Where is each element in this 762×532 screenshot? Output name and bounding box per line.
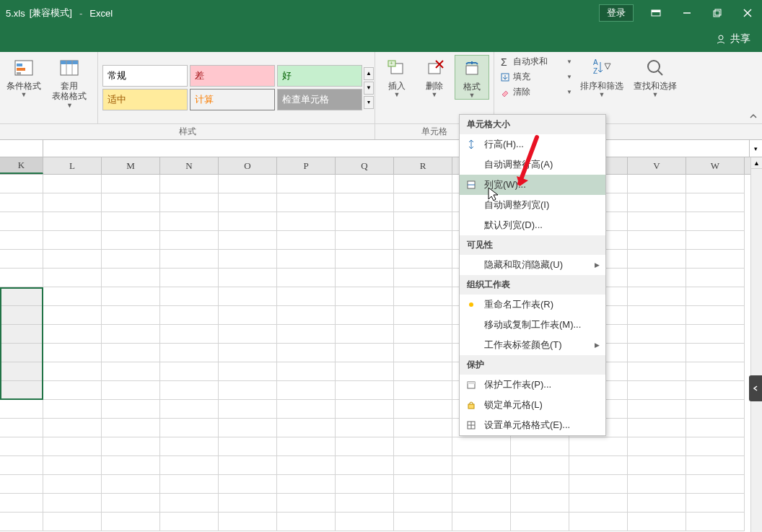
cell[interactable]	[43, 306, 102, 325]
cell[interactable]	[219, 212, 277, 231]
cell[interactable]	[336, 475, 394, 494]
cell[interactable]	[0, 231, 43, 250]
cell[interactable]	[219, 325, 277, 344]
cell[interactable]	[686, 419, 745, 437]
cell[interactable]	[277, 325, 336, 344]
cell[interactable]	[569, 475, 628, 494]
cell[interactable]	[219, 269, 277, 287]
cell[interactable]	[219, 306, 277, 325]
cell[interactable]	[219, 344, 277, 362]
cell[interactable]	[160, 494, 219, 513]
cell[interactable]	[160, 513, 219, 531]
cell[interactable]	[43, 419, 102, 437]
cell[interactable]	[628, 513, 686, 531]
cell[interactable]	[0, 475, 43, 494]
cell[interactable]	[686, 437, 745, 456]
cell[interactable]	[277, 475, 336, 494]
cell[interactable]	[569, 437, 628, 456]
conditional-format-button[interactable]: 条件格式 ▼	[4, 55, 43, 98]
cell[interactable]	[336, 344, 394, 362]
cell[interactable]	[160, 193, 219, 212]
column-header[interactable]: M	[102, 157, 160, 174]
menu-default-width[interactable]: 默认列宽(D)...	[460, 215, 605, 235]
cell[interactable]	[102, 456, 160, 475]
cell[interactable]	[511, 437, 569, 456]
cell[interactable]	[43, 269, 102, 287]
cell[interactable]	[686, 325, 745, 344]
cell[interactable]	[160, 419, 219, 437]
cell[interactable]	[336, 175, 394, 193]
cell[interactable]	[336, 419, 394, 437]
formula-expand-icon[interactable]: ▾	[749, 140, 762, 157]
ribbon-display-icon[interactable]	[647, 5, 665, 21]
autosum-button[interactable]: Σ 自动求和 ▼	[499, 55, 574, 69]
cell[interactable]	[569, 494, 628, 513]
cell[interactable]	[336, 362, 394, 381]
style-calc[interactable]: 计算	[190, 89, 275, 110]
styles-scroll-down[interactable]: ▼	[364, 82, 374, 95]
cell[interactable]	[43, 325, 102, 344]
cell[interactable]	[0, 193, 43, 212]
cell[interactable]	[102, 494, 160, 513]
column-header[interactable]: R	[394, 157, 452, 174]
cell[interactable]	[686, 475, 745, 494]
cell[interactable]	[628, 175, 686, 193]
cell[interactable]	[394, 419, 452, 437]
cell[interactable]	[628, 269, 686, 287]
collapse-ribbon-icon[interactable]	[749, 112, 758, 121]
cell[interactable]	[277, 400, 336, 419]
cell[interactable]	[277, 456, 336, 475]
cell[interactable]	[336, 437, 394, 456]
cell[interactable]	[336, 193, 394, 212]
cell[interactable]	[219, 362, 277, 381]
cell[interactable]	[686, 231, 745, 250]
cell[interactable]	[394, 437, 452, 456]
cell[interactable]	[336, 381, 394, 400]
menu-rename-sheet[interactable]: 重命名工作表(R)	[460, 295, 605, 315]
cell[interactable]	[219, 381, 277, 400]
cell[interactable]	[277, 193, 336, 212]
cell[interactable]	[219, 400, 277, 419]
menu-autofit-col[interactable]: 自动调整列宽(I)	[460, 195, 605, 215]
styles-more[interactable]: ▾	[364, 96, 374, 109]
cell[interactable]	[628, 494, 686, 513]
cell[interactable]	[686, 513, 745, 531]
menu-format-cells[interactable]: 设置单元格格式(E)...	[460, 415, 605, 435]
cell[interactable]	[628, 287, 686, 306]
cell[interactable]	[628, 344, 686, 362]
cell[interactable]	[43, 513, 102, 531]
cell[interactable]	[160, 250, 219, 269]
cell[interactable]	[336, 494, 394, 513]
cell[interactable]	[160, 362, 219, 381]
cell[interactable]	[43, 456, 102, 475]
cell[interactable]	[43, 400, 102, 419]
column-header[interactable]: Q	[336, 157, 394, 174]
cell[interactable]	[686, 287, 745, 306]
cell[interactable]	[394, 494, 452, 513]
cell[interactable]	[452, 437, 511, 456]
style-neutral[interactable]: 适中	[102, 89, 188, 110]
cell[interactable]	[394, 175, 452, 193]
cell[interactable]	[0, 419, 43, 437]
style-bad[interactable]: 差	[190, 65, 275, 87]
side-panel-tab[interactable]	[749, 375, 762, 401]
cell[interactable]	[0, 437, 43, 456]
cell[interactable]	[277, 362, 336, 381]
cell[interactable]	[686, 306, 745, 325]
cell[interactable]	[219, 456, 277, 475]
column-header[interactable]: P	[277, 157, 336, 174]
cell[interactable]	[43, 494, 102, 513]
cell[interactable]	[160, 456, 219, 475]
cell[interactable]	[394, 381, 452, 400]
cell[interactable]	[277, 381, 336, 400]
cell[interactable]	[102, 193, 160, 212]
cell[interactable]	[0, 212, 43, 231]
cell[interactable]	[394, 250, 452, 269]
cell[interactable]	[511, 456, 569, 475]
style-check[interactable]: 检查单元格	[277, 89, 362, 110]
cell[interactable]	[160, 381, 219, 400]
cell[interactable]	[336, 400, 394, 419]
cell[interactable]	[43, 381, 102, 400]
cell[interactable]	[102, 231, 160, 250]
cell[interactable]	[628, 456, 686, 475]
